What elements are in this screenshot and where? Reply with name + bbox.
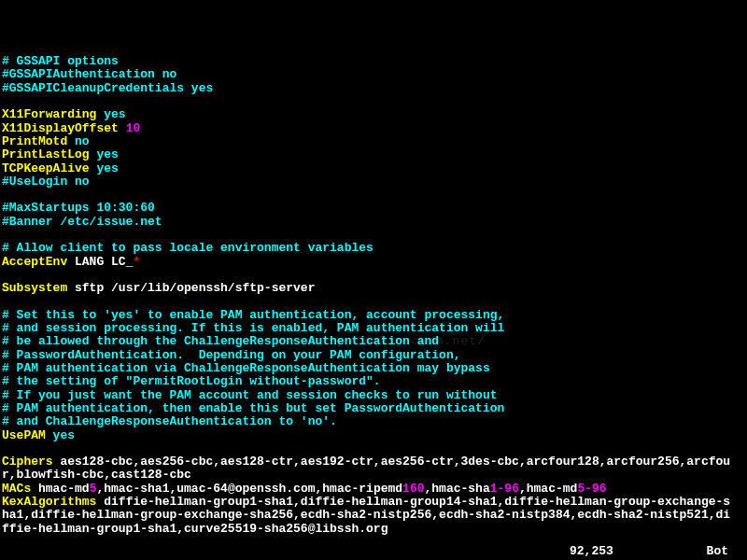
config-line: # Set this to 'yes' to enable PAM authen…	[2, 309, 747, 322]
scroll-position: Bot	[707, 545, 728, 558]
config-line	[2, 229, 747, 242]
config-line: # the setting of "PermitRootLogin withou…	[2, 375, 747, 388]
config-line: # PAM authentication, then enable this b…	[2, 402, 747, 415]
config-line: X11Forwarding yes	[2, 108, 747, 121]
config-line	[2, 442, 747, 455]
config-line: PrintMotd no	[2, 135, 747, 148]
editor-content[interactable]: # GSSAPI options#GSSAPIAuthentication no…	[0, 53, 747, 536]
config-line: MACs hmac-md5,hmac-sha1,umac-64@openssh.…	[2, 483, 747, 496]
config-line: ha1,diffie-hellman-group-exchange-sha256…	[2, 509, 747, 522]
config-line: AcceptEnv LANG LC_*	[2, 256, 747, 269]
config-line: #Banner /etc/issue.net	[2, 216, 747, 229]
config-line: # PAM authentication via ChallengeRespon…	[2, 362, 747, 375]
config-line	[2, 269, 747, 282]
vim-status-line: 92,253 Bot	[570, 545, 747, 558]
config-line: PrintLastLog yes	[2, 148, 747, 161]
config-line: X11DisplayOffset 10	[2, 122, 747, 135]
config-line: # and session processing. If this is ena…	[2, 322, 747, 335]
config-line: Ciphers aes128-cbc,aes256-cbc,aes128-ctr…	[2, 455, 747, 469]
cursor-position: 92,253	[570, 545, 613, 558]
config-line: #UseLogin no	[2, 175, 747, 189]
config-line: r,blowfish-cbc,cast128-cbc	[2, 469, 747, 482]
config-line	[2, 95, 747, 108]
config-line: # Allow client to pass locale environmen…	[2, 242, 747, 255]
config-line: #MaxStartups 10:30:60	[2, 202, 747, 215]
config-line: TCPKeepAlive yes	[2, 162, 747, 175]
config-line: # be allowed through the ChallengeRespon…	[2, 335, 747, 348]
config-line: # and ChallengeResponseAuthentication to…	[2, 415, 747, 428]
config-line: #GSSAPICleanupCredentials yes	[2, 82, 747, 95]
config-line: #GSSAPIAuthentication no	[2, 68, 747, 81]
config-line: UsePAM yes	[2, 429, 747, 442]
config-line: Subsystem sftp /usr/lib/openssh/sftp-ser…	[2, 282, 747, 295]
config-line: # GSSAPI options	[2, 55, 747, 68]
config-line: # PasswordAuthentication. Depending on y…	[2, 349, 747, 362]
config-line: KexAlgorithms diffie-hellman-group1-sha1…	[2, 496, 747, 509]
config-line: # If you just want the PAM account and s…	[2, 389, 747, 402]
config-line	[2, 189, 747, 202]
config-line	[2, 296, 747, 309]
config-line: ffie-hellman-group1-sha1,curve25519-sha2…	[2, 523, 747, 536]
